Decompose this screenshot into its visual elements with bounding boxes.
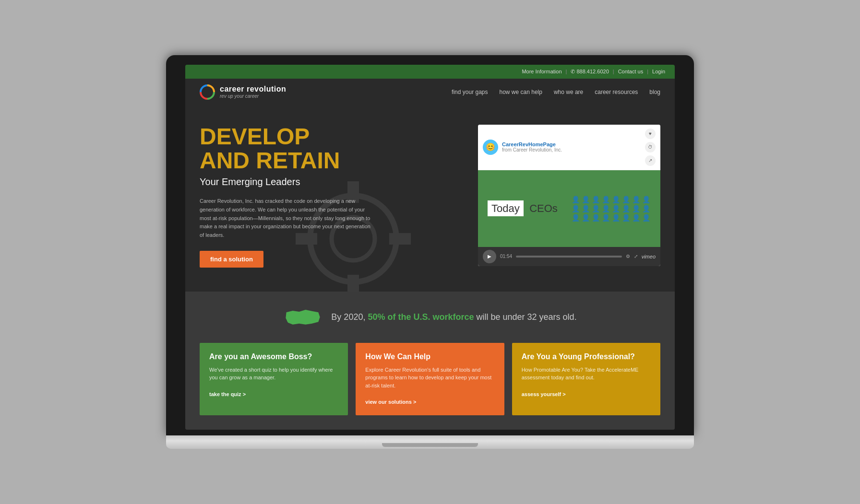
logo-area[interactable]: career revolution rev up your career (200, 84, 286, 100)
svg-point-1 (310, 196, 396, 282)
login-link[interactable]: Login (652, 69, 665, 74)
hero-title: DEVELOP AND RETAIN (200, 125, 382, 173)
usa-map-icon (283, 306, 322, 328)
video-from: from Career Revolution, Inc. (502, 147, 641, 152)
svg-point-2 (332, 217, 375, 260)
video-ceos-label: CEOs (529, 202, 558, 214)
card-young: Are You a Young Professional? How Promot… (512, 343, 660, 416)
nav-find-gaps[interactable]: find your gaps (452, 89, 488, 95)
play-button[interactable]: ▶ (483, 250, 496, 263)
video-avatar: 😊 (483, 140, 498, 155)
stat-section: By 2020, 50% of the U.S. workforce will … (185, 292, 675, 343)
card-boss: Are you an Awesome Boss? We've created a… (200, 343, 348, 416)
view-solutions-link[interactable]: view our solutions > (365, 399, 416, 405)
nav-who-we-are[interactable]: who we are (554, 89, 583, 95)
card-young-body: How Promotable Are You? Take the Acceler… (522, 366, 651, 382)
contact-link[interactable]: Contact us (618, 69, 644, 74)
clock-icon[interactable]: ⏱ (645, 142, 656, 152)
logo-subtitle: rev up your career (220, 94, 286, 99)
video-actions: ♥ ⏱ ↗ (645, 129, 656, 166)
more-info: More Information (522, 69, 561, 74)
card-young-title: Are You a Young Professional? (522, 352, 651, 361)
hero-section: DEVELOP AND RETAIN Your Emerging Leaders… (185, 105, 675, 292)
svg-rect-3 (347, 181, 359, 203)
stat-text: By 2020, 50% of the U.S. workforce will … (331, 312, 576, 322)
stat-suffix: will be under 32 years old. (477, 312, 577, 322)
nav-blog[interactable]: blog (649, 89, 660, 95)
share-icon[interactable]: ↗ (645, 155, 656, 166)
progress-bar[interactable] (516, 256, 622, 258)
fullscreen-icon[interactable]: ⤢ (634, 254, 638, 259)
video-title: CareerRevHomePage (502, 141, 641, 147)
video-player: 😊 CareerRevHomePage from Career Revoluti… (478, 125, 660, 266)
logo-title: career revolution (220, 85, 286, 94)
screen-bezel: More Information | ✆ 888.412.6020 | Cont… (166, 55, 694, 436)
card-boss-body: We've created a short quiz to help you i… (209, 366, 338, 382)
top-bar: More Information | ✆ 888.412.6020 | Cont… (185, 65, 675, 79)
nav-links: find your gaps how we can help who we ar… (452, 89, 660, 95)
video-thumbnail: Today CEOs 👤👤 👤👤 👤👤 👤👤 👤👤 (478, 170, 660, 247)
card-boss-title: Are you an Awesome Boss? (209, 352, 338, 361)
laptop-hinge (382, 443, 478, 447)
video-meta: CareerRevHomePage from Career Revolution… (502, 141, 641, 152)
phone: ✆ 888.412.6020 (571, 69, 609, 75)
video-header: 😊 CareerRevHomePage from Career Revoluti… (478, 125, 660, 170)
take-quiz-link[interactable]: take the quiz > (209, 391, 246, 397)
cards-section: Are you an Awesome Boss? We've created a… (185, 343, 675, 430)
logo-icon (200, 84, 215, 100)
card-help-body: Explore Career Revolution's full suite o… (365, 366, 494, 390)
assess-yourself-link[interactable]: assess yourself > (522, 391, 566, 397)
video-controls: ▶ 01:54 ⚙ ⤢ vimeo (478, 247, 660, 266)
website: More Information | ✆ 888.412.6020 | Cont… (185, 65, 675, 430)
nav-how-help[interactable]: how we can help (500, 89, 542, 95)
gear-decoration (281, 167, 425, 292)
heart-icon[interactable]: ♥ (645, 129, 656, 139)
svg-rect-6 (389, 233, 411, 245)
logo-text: career revolution rev up your career (220, 85, 286, 99)
card-help: How We Can Help Explore Career Revolutio… (356, 343, 504, 416)
stat-highlight: 50% of the U.S. workforce (368, 312, 474, 322)
screen: More Information | ✆ 888.412.6020 | Cont… (185, 65, 675, 430)
svg-rect-5 (296, 233, 317, 245)
laptop-container: More Information | ✆ 888.412.6020 | Cont… (166, 55, 694, 449)
stat-prefix: By 2020, (331, 312, 365, 322)
main-nav: career revolution rev up your career fin… (185, 79, 675, 105)
laptop-base (166, 435, 694, 449)
card-help-title: How We Can Help (365, 352, 494, 361)
nav-career-resources[interactable]: career resources (595, 89, 638, 95)
svg-rect-4 (347, 275, 359, 292)
video-time: 01:54 (500, 254, 512, 259)
find-solution-button[interactable]: find a solution (200, 251, 263, 268)
settings-icon[interactable]: ⚙ (626, 254, 630, 259)
video-today-label: Today (488, 200, 524, 216)
vimeo-logo: vimeo (642, 254, 656, 259)
